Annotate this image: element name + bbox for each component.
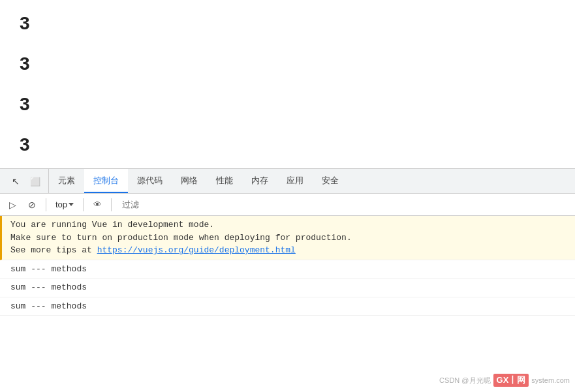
number-3: 3 <box>20 94 555 115</box>
vue-deployment-link[interactable]: https://vuejs.org/guide/deployment.html <box>97 245 296 255</box>
sum-methods-3: sum --- methods <box>0 297 575 316</box>
sum-methods-2: sum --- methods <box>0 279 575 297</box>
number-4: 3 <box>20 134 555 155</box>
play-icon <box>9 200 16 210</box>
number-1: 3 <box>20 13 555 34</box>
number-2: 3 <box>20 53 555 74</box>
top-dropdown[interactable]: top <box>52 198 78 211</box>
ban-btn[interactable] <box>23 197 40 213</box>
watermark-system: system.com <box>531 376 570 384</box>
sum-methods-1: sum --- methods <box>0 260 575 279</box>
watermark-csdn: CSDN @月光昵 <box>439 376 490 385</box>
cursor-icon-btn[interactable] <box>7 173 25 190</box>
watermark-logo: GX丨网 <box>493 374 529 387</box>
console-output: You are running Vue in development mode.… <box>0 216 575 392</box>
filter-input[interactable] <box>117 197 571 213</box>
tab-console[interactable]: 控制台 <box>84 169 128 193</box>
console-toolbar: top <box>0 194 575 216</box>
top-label: top <box>55 200 67 209</box>
tab-network[interactable]: 网络 <box>172 169 207 193</box>
eye-icon <box>93 200 102 209</box>
tab-elements[interactable]: 元素 <box>49 169 84 193</box>
toolbar-separator-3 <box>111 198 112 211</box>
devtools-tab-bar: 元素 控制台 源代码 网络 性能 内存 应用 安全 <box>0 169 575 194</box>
tab-performance[interactable]: 性能 <box>207 169 242 193</box>
toolbar-separator-2 <box>83 198 84 211</box>
devtools-toolbar-icons <box>3 169 49 193</box>
toolbar-separator <box>46 198 46 211</box>
tab-sources[interactable]: 源代码 <box>128 169 172 193</box>
devtools-panel: 元素 控制台 源代码 网络 性能 内存 应用 安全 top You are ru… <box>0 168 575 392</box>
vue-warning-message: You are running Vue in development mode.… <box>0 216 575 260</box>
inspector-icon-btn[interactable] <box>26 173 44 190</box>
eye-btn[interactable] <box>89 197 106 213</box>
ban-icon <box>28 200 36 210</box>
tab-security[interactable]: 安全 <box>313 169 348 193</box>
dropdown-arrow-icon <box>69 203 74 206</box>
cursor-icon <box>12 176 20 187</box>
play-btn[interactable] <box>4 197 21 213</box>
tab-memory[interactable]: 内存 <box>242 169 277 193</box>
watermark: CSDN @月光昵 GX丨网 system.com <box>439 374 570 387</box>
tab-application[interactable]: 应用 <box>277 169 313 193</box>
main-content: 3 3 3 3 <box>0 0 575 168</box>
inspector-icon <box>30 176 40 187</box>
